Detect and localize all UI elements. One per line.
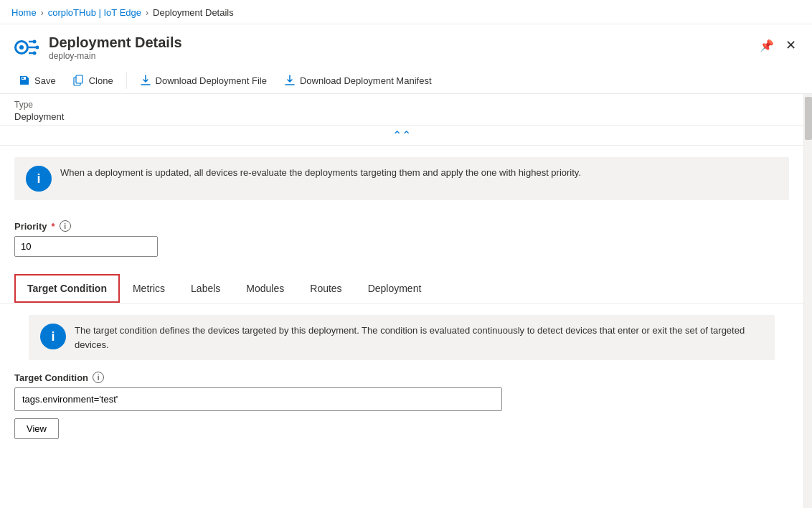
tab-routes-label: Routes [310,283,341,294]
type-value: Deployment [14,111,789,122]
page-title-group: Deployment Details deploy-main [49,34,182,61]
priority-section: Priority * i [0,212,803,268]
download-manifest-icon [284,75,296,86]
priority-label: Priority * i [14,220,789,232]
tab-metrics-label: Metrics [133,283,165,294]
tabs: Target Condition Metrics Labels Modules … [14,274,789,303]
chevron-up-icon: ⌃⌃ [392,129,411,141]
scrollbar-thumb[interactable] [805,97,812,140]
clone-button[interactable]: Clone [66,70,121,90]
main-content: Type Deployment ⌃⌃ i When a deployment i… [0,94,812,508]
page-subtitle: deploy-main [49,51,182,61]
view-button[interactable]: View [14,418,59,439]
download-file-button[interactable]: Download Deployment File [133,70,274,90]
tab-modules-label: Modules [246,283,284,294]
svg-point-8 [33,52,37,55]
page-title: Deployment Details [49,34,182,51]
target-condition-label: Target Condition i [14,372,789,383]
breadcrumb: Home › corploTHub | IoT Edge › Deploymen… [0,0,812,24]
svg-rect-10 [76,75,82,83]
tab-labels-label: Labels [191,283,220,294]
tab-labels[interactable]: Labels [178,274,233,303]
pin-button[interactable]: 📌 [755,34,778,57]
content-area: Type Deployment ⌃⌃ i When a deployment i… [0,94,803,508]
close-button[interactable]: ✕ [781,33,801,57]
info-icon-1: i [26,166,52,192]
tabs-container: Target Condition Metrics Labels Modules … [0,274,803,303]
priority-input[interactable] [14,236,158,257]
toolbar: Save Clone Download Deployment File Down… [0,67,812,94]
priority-label-text: Priority [14,221,47,232]
download-manifest-label: Download Deployment Manifest [300,75,432,86]
collapse-button[interactable]: ⌃⌃ [392,128,411,142]
required-star: * [52,221,55,232]
download-manifest-button[interactable]: Download Deployment Manifest [277,70,439,90]
tab-routes[interactable]: Routes [297,274,354,303]
breadcrumb-sep-2: › [146,8,148,18]
page-header-left: Deployment Details deploy-main [11,33,182,62]
target-condition-info-icon[interactable]: i [93,372,104,383]
clone-icon [73,75,85,86]
target-condition-label-text: Target Condition [14,372,88,383]
tab-content: i The target condition defines the devic… [0,315,803,453]
breadcrumb-hub[interactable]: corploTHub | IoT Edge [48,7,141,18]
info-banner-1: i When a deployment is updated, all devi… [14,157,789,200]
tab-target-condition[interactable]: Target Condition [14,274,120,303]
svg-point-6 [33,40,37,44]
info-banner-2: i The target condition defines the devic… [29,315,775,360]
page-header: Deployment Details deploy-main 📌 ✕ [0,24,812,67]
tab-deployment-label: Deployment [368,283,422,294]
info-icon-2: i [40,324,66,349]
tab-target-condition-label: Target Condition [27,283,107,294]
breadcrumb-current: Deployment Details [153,7,234,18]
info-text-1: When a deployment is updated, all device… [60,166,581,180]
header-actions: 📌 ✕ [755,33,801,57]
breadcrumb-sep-1: › [41,8,44,18]
collapse-row: ⌃⌃ [0,126,803,146]
deployment-icon [11,33,40,62]
save-button[interactable]: Save [11,70,63,90]
target-condition-input[interactable] [14,387,502,411]
type-section: Type Deployment [0,94,803,126]
svg-point-2 [19,45,24,50]
clone-label: Clone [89,75,113,86]
priority-info-icon[interactable]: i [60,220,71,232]
scrollbar-track[interactable] [803,94,812,508]
tab-metrics[interactable]: Metrics [120,274,178,303]
toolbar-separator-1 [126,72,127,89]
save-label: Save [34,75,56,86]
svg-point-7 [36,46,39,50]
info-text-2: The target condition defines the devices… [75,324,763,352]
tab-modules[interactable]: Modules [233,274,297,303]
tab-deployment[interactable]: Deployment [355,274,435,303]
download-file-icon [140,75,151,86]
type-label: Type [14,100,789,110]
target-condition-section: Target Condition i View [14,372,789,439]
breadcrumb-home[interactable]: Home [11,7,37,18]
save-icon [19,75,30,86]
close-icon: ✕ [785,37,796,53]
download-file-label: Download Deployment File [156,75,267,86]
pin-icon: 📌 [760,39,774,52]
